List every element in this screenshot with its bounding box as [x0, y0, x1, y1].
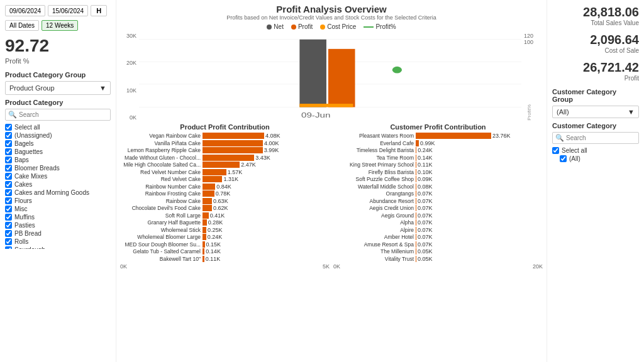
bar-fill: [416, 184, 416, 190]
product-category-search-box[interactable]: 🔍: [5, 109, 111, 121]
customer-category-search-box[interactable]: 🔍: [552, 132, 639, 144]
y-right-120: 120: [524, 33, 533, 39]
search-icon-right: 🔍: [555, 134, 564, 142]
table-row: Amber Hotel0.07K: [332, 234, 544, 240]
list-item[interactable]: (All): [552, 155, 639, 163]
customer-category-dropdown[interactable]: (All) ▼: [552, 106, 639, 118]
bar-track: 0.07K: [416, 219, 544, 226]
main-charts: Product Profit Contribution Vegan Rainbo…: [119, 123, 544, 358]
bar-value: 0.05K: [418, 248, 433, 255]
list-item[interactable]: PB Bread: [5, 229, 111, 238]
legend-cost-price: Cost Price: [320, 23, 356, 30]
bar-label: Abundance Resort: [332, 198, 414, 204]
bar-label: Aegis Credit Union: [332, 205, 414, 211]
bar-value: 0.99K: [420, 140, 435, 146]
bar-value: 0.07K: [418, 212, 433, 219]
list-item[interactable]: Sourdough: [5, 246, 111, 249]
product-category-label: Product Category: [5, 99, 111, 106]
bar-label: Rainbow Number Cake: [119, 184, 201, 190]
bar-value: 0.11K: [418, 162, 433, 168]
bar-label: Everland Cafe: [332, 140, 414, 146]
legend-net: Net: [267, 23, 284, 30]
bar-track: 0.99K: [416, 140, 544, 146]
product-group-dropdown[interactable]: Product Group ▼: [5, 81, 111, 95]
bar-label: Aegis Ground: [332, 212, 414, 219]
bar-value: 1.31K: [223, 176, 238, 182]
date-to-button[interactable]: 15/06/2024: [48, 5, 88, 16]
bar-value: 0.63K: [213, 198, 228, 204]
bar-fill: [416, 205, 416, 211]
table-row: Alpha0.07K: [332, 219, 544, 226]
list-item[interactable]: (Unassigned): [5, 131, 111, 140]
bar-track: 1.31K: [203, 176, 331, 182]
bar-fill: [416, 198, 416, 204]
list-item[interactable]: Cake Mixes: [5, 172, 111, 180]
list-item[interactable]: Muffins: [5, 213, 111, 221]
product-category-search-input[interactable]: [19, 111, 108, 118]
bar-label: Mile High Chocolate Salted Ca...: [119, 162, 201, 168]
12-weeks-button[interactable]: 12 Weeks: [42, 20, 78, 31]
bar-track: 0.78K: [203, 190, 331, 197]
svg-rect-5: [328, 49, 355, 107]
bar-label: Timeless Delight Barista: [332, 147, 414, 153]
bar-track: 0.84K: [203, 184, 331, 190]
bar-fill: [416, 133, 491, 139]
list-item[interactable]: Pasties: [5, 221, 111, 229]
profit-kpi-label: Profit: [552, 75, 639, 82]
bar-fill: [203, 205, 212, 211]
bar-track: 0.07K: [416, 234, 544, 240]
bar-track: 0.07K: [416, 241, 544, 248]
list-item[interactable]: Bagels: [5, 140, 111, 148]
bar-fill: [203, 219, 207, 226]
bar-track: 0.63K: [203, 198, 331, 204]
list-item[interactable]: Misc: [5, 205, 111, 213]
cost-of-sale-value: 2,096.64: [552, 33, 639, 47]
list-item[interactable]: Select all: [552, 146, 639, 155]
search-icon: 🔍: [8, 111, 17, 119]
bar-fill: [203, 147, 263, 153]
bar-track: 0.41K: [203, 212, 331, 219]
list-item[interactable]: Bloomer Breads: [5, 164, 111, 172]
customer-category-search-input[interactable]: [566, 134, 636, 141]
bar-label: Firefly Bliss Barista: [332, 169, 414, 175]
all-dates-button[interactable]: All Dates: [5, 20, 39, 31]
customer-category-label: Customer Category: [552, 122, 639, 129]
y-label-30k: 30K: [126, 33, 136, 39]
date-row: 09/06/2024 15/06/2024 H: [5, 5, 111, 16]
bar-value: 0.14K: [206, 248, 221, 255]
table-row: Amuse Resort & Spa0.07K: [332, 241, 544, 248]
list-item[interactable]: Rolls: [5, 238, 111, 246]
h-button[interactable]: H: [91, 5, 107, 16]
table-row: Pleasant Waters Room23.76K: [332, 133, 544, 139]
profit-pct-line: [364, 26, 374, 28]
bar-fill: [416, 256, 416, 262]
y-right-100: 100: [524, 39, 533, 45]
bar-fill: [416, 162, 416, 168]
top-chart-svg: 09-Jun: [139, 33, 521, 121]
list-item[interactable]: Cakes and Morning Goods: [5, 189, 111, 197]
bar-fill: [203, 248, 204, 255]
table-row: Waterfall Middle School0.08K: [332, 184, 544, 190]
bar-value: 23.76K: [492, 133, 511, 139]
date-from-button[interactable]: 09/06/2024: [5, 5, 45, 16]
list-item[interactable]: Baps: [5, 156, 111, 164]
bar-value: 0.07K: [418, 219, 433, 226]
chart-subtitle: Profits based on Net Invoice/Credit Valu…: [119, 14, 544, 21]
table-row: Alpire0.07K: [332, 227, 544, 233]
bar-fill: [416, 155, 416, 161]
list-item[interactable]: Select all: [5, 123, 111, 131]
bar-track: 0.08K: [416, 184, 544, 190]
table-row: Vitality Trust0.05K: [332, 256, 544, 262]
bar-fill: [416, 227, 416, 233]
list-item[interactable]: Cakes: [5, 180, 111, 189]
table-row: Aegis Ground0.07K: [332, 212, 544, 219]
bar-track: 0.07K: [416, 212, 544, 219]
list-item[interactable]: Baguettes: [5, 148, 111, 156]
bar-fill: [416, 176, 416, 182]
list-item[interactable]: Flours: [5, 197, 111, 205]
bar-label: Wholemeal Stick: [119, 227, 201, 233]
table-row: Wholemeal Stick0.25K: [119, 227, 331, 233]
bar-fill: [203, 198, 212, 204]
table-row: Wholemeal Bloomer Large0.24K: [119, 234, 331, 240]
legend-profit-pct: Profit%: [364, 23, 396, 30]
